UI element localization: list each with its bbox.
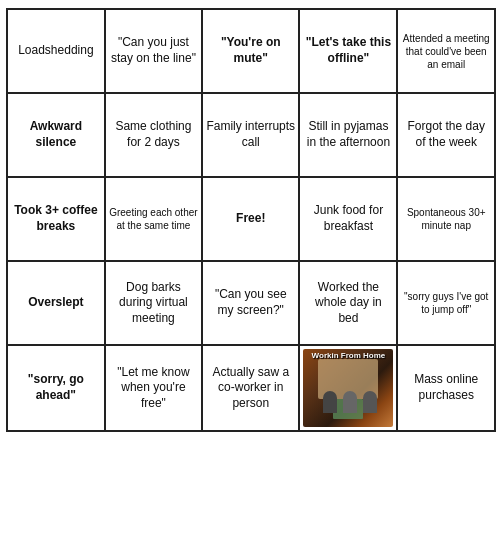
bingo-board: Loadshedding"Can you just stay on the li… bbox=[6, 8, 496, 432]
cell-r1-c4: Forgot the day of the week bbox=[397, 93, 495, 177]
cell-r2-c0: Took 3+ coffee breaks bbox=[7, 177, 105, 261]
cell-r3-c0: Overslept bbox=[7, 261, 105, 345]
cell-r2-c3: Junk food for breakfast bbox=[299, 177, 397, 261]
title-row bbox=[0, 0, 502, 8]
cell-r1-c0: Awkward silence bbox=[7, 93, 105, 177]
cell-r4-c4: Mass online purchases bbox=[397, 345, 495, 431]
cell-r0-c2: "You're on mute" bbox=[202, 9, 299, 93]
cell-r2-c4: Spontaneous 30+ minute nap bbox=[397, 177, 495, 261]
cell-r2-c1: Greeting each other at the same time bbox=[105, 177, 202, 261]
cell-r4-c1: "Let me know when you're free" bbox=[105, 345, 202, 431]
cell-r1-c1: Same clothing for 2 days bbox=[105, 93, 202, 177]
cell-r0-c4: Attended a meeting that could've been an… bbox=[397, 9, 495, 93]
cell-r1-c3: Still in pyjamas in the afternoon bbox=[299, 93, 397, 177]
cell-r0-c3: "Let's take this offline" bbox=[299, 9, 397, 93]
cell-r4-c3: Workin From Home bbox=[299, 345, 397, 431]
cell-r3-c1: Dog barks during virtual meeting bbox=[105, 261, 202, 345]
cell-r2-c2: Free! bbox=[202, 177, 299, 261]
cell-r1-c2: Family interrupts call bbox=[202, 93, 299, 177]
cell-r3-c4: "sorry guys I've got to jump off" bbox=[397, 261, 495, 345]
cell-r4-c0: "sorry, go ahead" bbox=[7, 345, 105, 431]
cell-r3-c3: Worked the whole day in bed bbox=[299, 261, 397, 345]
cell-r4-c2: Actually saw a co-worker in person bbox=[202, 345, 299, 431]
cell-r0-c1: "Can you just stay on the line" bbox=[105, 9, 202, 93]
cell-r0-c0: Loadshedding bbox=[7, 9, 105, 93]
cell-r3-c2: "Can you see my screen?" bbox=[202, 261, 299, 345]
wfh-image: Workin From Home bbox=[303, 349, 393, 427]
